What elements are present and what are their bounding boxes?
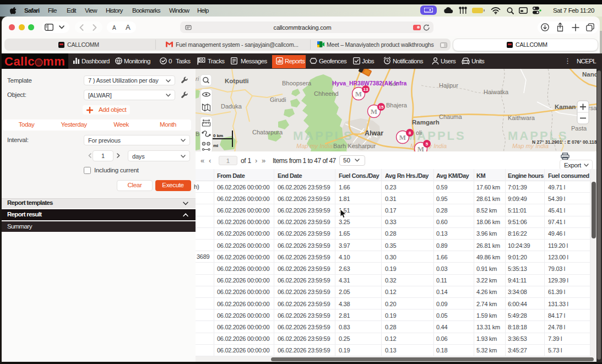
svg-text:ri: ri xyxy=(196,75,199,82)
svg-text:Pasta: Pasta xyxy=(571,125,587,132)
svg-text:5: 5 xyxy=(426,142,429,146)
svg-text:Kotputli: Kotputli xyxy=(225,78,248,84)
svg-text:Girudi: Girudi xyxy=(270,96,286,103)
svg-text:M: M xyxy=(371,107,377,116)
svg-text:Hyva_HR38W7382(AK Infra: Hyva_HR38W7382(AK Infra xyxy=(332,80,407,86)
svg-text:M: M xyxy=(399,133,406,142)
svg-text:MAPPLS: MAPPLS xyxy=(405,129,466,143)
svg-text:oli: oli xyxy=(416,129,422,136)
svg-text:15: 15 xyxy=(379,105,384,110)
svg-text:mi: mi xyxy=(213,143,218,148)
svg-text:Chheend: Chheend xyxy=(314,90,339,97)
svg-text:Daduka: Daduka xyxy=(221,103,242,110)
svg-text:N 27° 31.2901' : E 076° 00.118: N 27° 31.2901' : E 076° 00.1183' xyxy=(532,139,596,145)
svg-text:0 km: 0 km xyxy=(213,133,223,138)
svg-text:rsa: rsa xyxy=(588,105,596,111)
svg-text:13: 13 xyxy=(364,87,368,92)
svg-text:Kaman: Kaman xyxy=(555,104,576,110)
svg-text:M: M xyxy=(355,90,362,98)
svg-text:M: M xyxy=(417,145,424,151)
svg-text:Barh Kesharpur: Barh Kesharpur xyxy=(333,143,376,149)
svg-text:B: B xyxy=(196,131,199,137)
svg-text:Chauma: Chauma xyxy=(439,113,462,120)
svg-text:Map my India: Map my India xyxy=(296,143,333,149)
svg-text:Kaithwara: Kaithwara xyxy=(508,115,535,121)
svg-text:Alwar: Alwar xyxy=(365,129,383,137)
svg-text:Chatarpura: Chatarpura xyxy=(252,129,283,135)
svg-text:Ramgarh: Ramgarh xyxy=(412,119,440,126)
svg-text:8: 8 xyxy=(409,131,411,135)
svg-text:Bhajera: Bhajera xyxy=(386,102,408,108)
svg-text:Hajipur: Hajipur xyxy=(439,82,458,89)
svg-text:Bhoopsera: Bhoopsera xyxy=(282,80,312,86)
svg-text:Haiwatka: Haiwatka xyxy=(484,89,509,95)
svg-text:Nand: Nand xyxy=(582,71,596,78)
svg-text:MAPPLS: MAPPLS xyxy=(293,129,354,143)
